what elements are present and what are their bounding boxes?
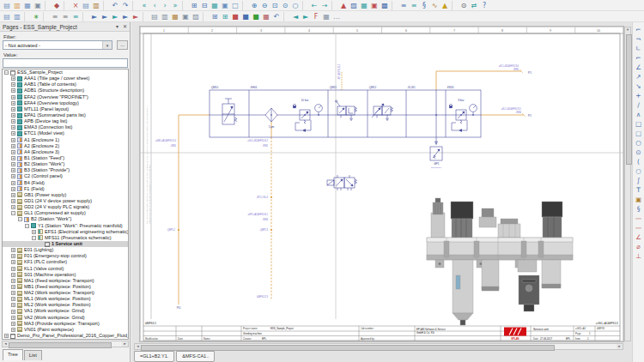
- move-icon[interactable]: +: [634, 91, 643, 100]
- tree-item[interactable]: +EFS1 (Electrical engineering schematic): [3, 229, 128, 235]
- redo-icon[interactable]: ↷: [120, 1, 131, 10]
- insert-symbol-icon[interactable]: ▲: [338, 1, 349, 10]
- symbol-next-icon[interactable]: ≡: [60, 12, 70, 21]
- expand-icon[interactable]: +: [11, 310, 15, 314]
- expand-icon[interactable]: +: [11, 291, 15, 295]
- insert-macro-icon[interactable]: ▨: [349, 1, 359, 10]
- layer-management-icon[interactable]: ▣: [220, 1, 230, 10]
- dimension-radius-icon[interactable]: ⌀: [634, 242, 643, 251]
- edit-function-icon[interactable]: F: [311, 12, 321, 21]
- tree-item[interactable]: −B2 (Station "Work"): [3, 216, 128, 222]
- close-project-icon[interactable]: ▦: [22, 1, 33, 10]
- service-unit-box[interactable]: [210, 90, 481, 137]
- cables-icon[interactable]: ∿: [429, 1, 440, 10]
- device-list-icon[interactable]: ≡: [398, 1, 409, 10]
- terminal-strips-icon[interactable]: ≡: [409, 1, 419, 10]
- drawing-horizontal-scrollbar[interactable]: ◄ ►: [134, 343, 623, 350]
- panel-pin-icon[interactable]: ▾: [113, 22, 121, 32]
- page-tab-mfs[interactable]: &MFS-CA1..: [176, 351, 215, 362]
- graphical-editing-icon[interactable]: ▦: [210, 1, 220, 10]
- snap-to-grid-icon[interactable]: ⊟: [199, 1, 210, 10]
- table-view-icon[interactable]: ⊞: [220, 12, 230, 21]
- clipboard-paste-icon[interactable]: ▦: [170, 12, 180, 21]
- expand-icon[interactable]: +: [11, 297, 15, 301]
- tree-item[interactable]: +B3 (Station "Provide"): [3, 167, 128, 173]
- open-project-icon[interactable]: ▥: [12, 1, 22, 10]
- expand-icon[interactable]: +: [11, 187, 15, 191]
- expand-icon[interactable]: +: [11, 144, 15, 148]
- tree-item[interactable]: +S01 (Machine operation): [3, 272, 128, 278]
- device-navigator-icon[interactable]: ▣: [369, 1, 380, 10]
- tree-item[interactable]: +AAB1 (Table of contents): [3, 81, 128, 87]
- expand-icon[interactable]: +: [11, 107, 15, 112]
- tree-item[interactable]: +KL1 (Valve control): [3, 266, 128, 272]
- tree-item[interactable]: +B2 (Station "Work"): [3, 161, 128, 167]
- zoom-window-icon[interactable]: ⊡: [270, 1, 280, 10]
- page-last-icon[interactable]: »: [170, 1, 180, 10]
- expand-icon[interactable]: +: [11, 205, 15, 209]
- tree-item[interactable]: −MFS11 (Pneumatics schematic): [3, 235, 128, 241]
- tree-horizontal-scrollbar[interactable]: ◄ ►: [2, 341, 129, 347]
- symbol-previous-icon[interactable]: ≡: [50, 12, 60, 21]
- angle-icon[interactable]: ∠: [634, 63, 643, 72]
- dimension-continued-icon[interactable]: —: [634, 223, 643, 232]
- tree-item[interactable]: +B4 (Field): [3, 180, 128, 186]
- tree-item[interactable]: +ADB1 (Structure description): [3, 87, 128, 94]
- device-blue-icon[interactable]: ■: [240, 12, 251, 21]
- expand-icon[interactable]: +: [11, 199, 15, 203]
- expand-icon[interactable]: +: [11, 168, 15, 172]
- expand-icon[interactable]: +: [11, 267, 15, 271]
- corner-bottom-left-icon[interactable]: ∟: [634, 44, 643, 53]
- new-project-icon[interactable]: ▤: [2, 1, 12, 10]
- zoom-previous-icon[interactable]: ○: [290, 1, 301, 10]
- tree-item[interactable]: +ETC1 (Model view): [3, 130, 128, 136]
- tree-item[interactable]: +EPA1 (Summarized parts list): [3, 112, 128, 118]
- expand-icon[interactable]: +: [4, 334, 9, 338]
- tree-item[interactable]: +E01 (Lighting): [3, 247, 128, 253]
- corner-top-left-icon[interactable]: ⌐: [634, 25, 643, 34]
- expand-icon[interactable]: +: [11, 174, 15, 178]
- tree-item[interactable]: +A4 (Enclosure 3): [3, 149, 128, 155]
- xl261-connection[interactable]: [435, 90, 437, 137]
- device-red-icon[interactable]: ■: [230, 12, 240, 21]
- arrow-se-icon[interactable]: ↘: [634, 81, 643, 91]
- tree-item[interactable]: +MA2 (Work workpiece: Transport): [3, 290, 128, 296]
- tab-list[interactable]: List: [24, 350, 42, 360]
- page-tree[interactable]: −ESS_Sample_Project+AAA1 (Title page / c…: [2, 69, 129, 340]
- filter-browse-button[interactable]: ...: [117, 40, 128, 50]
- scroll-left-icon[interactable]: ◄: [3, 341, 9, 347]
- expand-icon[interactable]: +: [11, 181, 15, 185]
- expand-icon[interactable]: +: [11, 193, 15, 197]
- align-tools-icon[interactable]: ≡: [70, 12, 81, 21]
- grid-small-icon[interactable]: ▦: [321, 12, 331, 21]
- goto-next-icon[interactable]: ►: [100, 12, 110, 21]
- five-two-valve[interactable]: [327, 175, 357, 190]
- expand-icon[interactable]: +: [11, 316, 15, 320]
- tree-item[interactable]: +GB1 (Power supply): [3, 192, 128, 198]
- bp1-component[interactable]: [430, 137, 442, 160]
- help-icon[interactable]: ?: [479, 1, 489, 10]
- tree-item[interactable]: +GD2 (24 V supply PLC signals): [3, 204, 128, 210]
- drawing-vertical-scrollbar[interactable]: ▲ ▼: [624, 27, 631, 341]
- device-copy-icon[interactable]: ▦: [261, 12, 271, 21]
- horizontal-scroll-thumb[interactable]: [141, 345, 555, 351]
- dimension-perpendicular-icon[interactable]: ⊥: [634, 251, 643, 261]
- settings-icon[interactable]: ◆: [52, 1, 62, 10]
- polyline-icon[interactable]: ∧: [634, 110, 643, 119]
- tree-item[interactable]: +MA3 (Provide workpiece: Transport): [3, 321, 128, 327]
- qm11-valve[interactable]: [336, 100, 357, 121]
- copy-icon[interactable]: ▤: [81, 1, 91, 10]
- tree-item[interactable]: +B1 (Station "Feed"): [3, 155, 128, 161]
- zoom-out-icon[interactable]: ⊖: [259, 1, 270, 10]
- tree-item[interactable]: −Y1 (Station "Work": Pneumatic manifold): [3, 223, 128, 229]
- expand-icon[interactable]: +: [11, 328, 15, 332]
- qm12-valve[interactable]: [372, 104, 393, 121]
- tree-item[interactable]: +VA2 (Work workpiece: Grind): [3, 315, 128, 321]
- expand-icon[interactable]: +: [11, 303, 15, 307]
- tree-item[interactable]: +VN01 (Paint workpiece): [3, 327, 128, 333]
- insert-device-icon[interactable]: ▦: [359, 1, 369, 10]
- expand-icon[interactable]: +: [11, 95, 15, 100]
- duplicate-icon[interactable]: ▣: [180, 12, 191, 21]
- panel-close-icon[interactable]: ✕: [121, 22, 129, 32]
- expand-icon[interactable]: +: [11, 322, 15, 326]
